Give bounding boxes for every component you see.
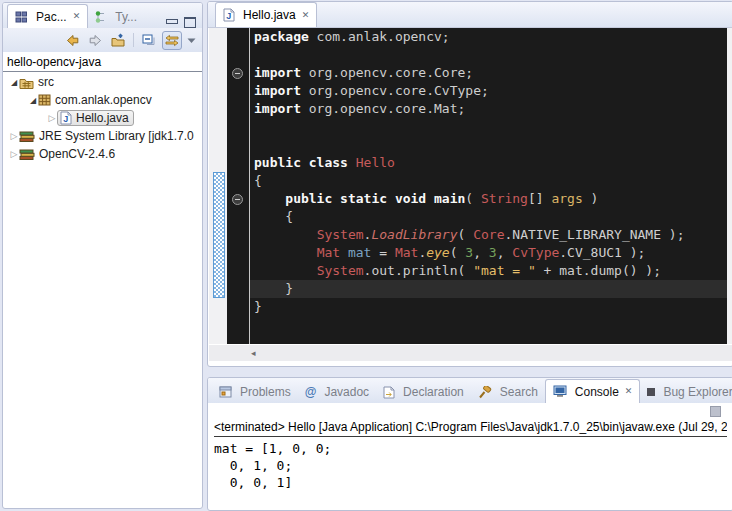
console-icon (553, 385, 567, 398)
editor-panel: J Hello.java ✕ package com.anlak.opencv;… (207, 1, 732, 367)
tree-item-com.anlak.opencv[interactable]: ◢com.anlak.opencv (3, 91, 202, 109)
tree-item-label: JRE System Library [jdk1.7.0 (39, 129, 194, 143)
code-line: import org.opencv.core.Core; (254, 64, 727, 82)
toolbar-separator (133, 33, 134, 47)
search-icon (478, 386, 492, 399)
library-icon (19, 130, 35, 143)
tree-item-src[interactable]: ◢src (3, 73, 202, 91)
fold-collapse-icon[interactable] (232, 68, 243, 79)
console-output-line: mat = [1, 0, 0; (214, 440, 727, 457)
code-line (254, 118, 727, 136)
close-icon[interactable]: ✕ (625, 387, 633, 396)
tab-bug-explorer[interactable]: Bug Explorer (640, 381, 732, 403)
code-line: import org.opencv.core.CvType; (254, 82, 727, 100)
code-line (254, 136, 727, 154)
up-button[interactable] (108, 31, 128, 50)
code-line: { (254, 172, 727, 190)
source-folder-icon (19, 76, 34, 89)
vertical-scrollbar[interactable] (727, 28, 732, 344)
package-explorer-tabbar: Pac... ✕ Ty... (3, 3, 202, 28)
code-line: } (254, 298, 727, 316)
tree-item-label: Hello.java (76, 111, 129, 125)
tree-item-opencv-2.4.6[interactable]: ▷OpenCV-2.4.6 (3, 145, 202, 163)
tab-label: Bug Explorer (663, 385, 732, 399)
tab-hello-java[interactable]: J Hello.java ✕ (215, 2, 317, 27)
tree-item-hello.java[interactable]: ▷JHello.java (3, 109, 202, 127)
tab-package-explorer[interactable]: Pac... ✕ (7, 4, 88, 28)
annotation-ruler[interactable] (209, 28, 227, 344)
package-icon (38, 94, 51, 106)
project-label[interactable]: hello-opencv-java (3, 52, 202, 72)
code-lines: package com.anlak.opencv;import org.open… (250, 28, 727, 316)
code-line: public class Hello (254, 154, 727, 172)
scroll-left-icon[interactable]: ◂ (251, 348, 256, 358)
tab-search[interactable]: Search (471, 381, 545, 403)
range-indicator (213, 172, 225, 298)
tree-item-label: com.anlak.opencv (55, 93, 152, 107)
code-line: public static void main( String[] args ) (254, 190, 727, 208)
package-explorer-panel: Pac... ✕ Ty... (2, 2, 203, 509)
tree-item-jre-system-library-jdk1.7.0[interactable]: ▷JRE System Library [jdk1.7.0 (3, 127, 202, 145)
svg-text:J: J (63, 114, 68, 124)
console-output[interactable]: mat = [1, 0, 0; 0, 1, 0; 0, 0, 1] (208, 437, 732, 494)
bug-icon (647, 388, 655, 396)
selected-item-highlight: JHello.java (57, 110, 134, 126)
problems-icon (219, 386, 232, 398)
java-file-icon: J (60, 111, 72, 125)
bottom-tabbar: Problems@JavadocDeclarationSearchConsole… (208, 378, 732, 403)
tree-item-label: OpenCV-2.4.6 (39, 147, 115, 161)
expand-arrow-icon[interactable]: ▷ (47, 113, 57, 123)
collapse-arrow-icon[interactable]: ◢ (9, 78, 19, 87)
type-hierarchy-icon (95, 11, 107, 23)
fold-collapse-icon[interactable] (232, 194, 243, 205)
terminate-button[interactable] (710, 406, 721, 417)
console-panel: Problems@JavadocDeclarationSearchConsole… (207, 377, 732, 511)
tab-console[interactable]: Console✕ (545, 379, 641, 403)
expand-arrow-icon[interactable]: ▷ (9, 149, 19, 159)
code-line: import org.opencv.core.Mat; (254, 100, 727, 118)
tab-problems[interactable]: Problems (212, 381, 298, 403)
console-header: <terminated> Hello [Java Application] C:… (214, 419, 727, 437)
code-line: package com.anlak.opencv; (254, 28, 727, 46)
svg-text:J: J (226, 11, 231, 21)
tab-declaration[interactable]: Declaration (376, 381, 471, 403)
forward-button[interactable] (85, 31, 105, 50)
tab-label: Console (575, 385, 619, 399)
collapse-arrow-icon[interactable]: ◢ (28, 96, 38, 105)
tab-label: Hello.java (243, 8, 296, 22)
link-with-editor-button[interactable] (162, 31, 182, 50)
console-output-line: 0, 0, 1] (214, 474, 727, 491)
maximize-view-button[interactable] (184, 17, 196, 28)
code-area[interactable]: package com.anlak.opencv;import org.open… (249, 28, 727, 344)
javadoc-icon: @ (305, 385, 317, 399)
tab-label: Search (500, 385, 538, 399)
package-explorer-toolbar (3, 28, 202, 52)
code-line: } (254, 280, 727, 298)
horizontal-scrollbar[interactable]: ◂ (209, 345, 732, 361)
close-icon[interactable]: ✕ (73, 12, 81, 21)
tab-label: Ty... (115, 10, 137, 24)
tree-item-label: src (38, 75, 54, 89)
editor-tabbar: J Hello.java ✕ (208, 2, 732, 28)
view-menu-button[interactable] (185, 31, 198, 50)
expand-arrow-icon[interactable]: ▷ (9, 131, 19, 141)
console-toolbar (208, 403, 732, 418)
tab-label: Declaration (403, 385, 464, 399)
minimize-view-button[interactable] (166, 19, 178, 24)
tab-label: Problems (240, 385, 291, 399)
library-icon (19, 148, 35, 161)
declaration-icon (383, 386, 395, 399)
back-button[interactable] (62, 31, 82, 50)
folding-ruler[interactable] (227, 28, 249, 344)
code-line: System.out.println( "mat = " + mat.dump(… (254, 262, 727, 280)
tab-type-hierarchy[interactable]: Ty... (88, 6, 144, 28)
tab-javadoc[interactable]: @Javadoc (298, 381, 376, 403)
code-line (254, 46, 727, 64)
package-explorer-icon (15, 11, 28, 23)
console-output-line: 0, 1, 0; (214, 457, 727, 474)
tab-label: Pac... (36, 10, 67, 24)
code-line: Mat mat = Mat.eye( 3, 3, CvType.CV_8UC1 … (254, 244, 727, 262)
package-tree: ◢src◢com.anlak.opencv▷JHello.java▷JRE Sy… (3, 72, 202, 163)
close-icon[interactable]: ✕ (302, 11, 310, 20)
collapse-all-button[interactable] (139, 31, 159, 50)
